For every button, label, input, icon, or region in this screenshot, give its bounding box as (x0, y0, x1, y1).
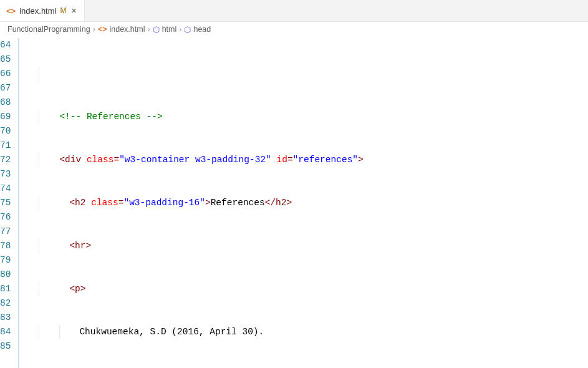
code-text: Chukwuemeka, S.D (2016, April 30). (79, 325, 264, 339)
line-number: 67 (0, 81, 11, 95)
line-number: 83 (0, 311, 11, 325)
line-number: 72 (0, 153, 11, 167)
line-number: 70 (0, 124, 11, 138)
code-tag: hr (75, 239, 85, 253)
line-number: 77 (0, 225, 11, 239)
tab-bar: <> index.html M × (0, 0, 588, 22)
code-text: References (211, 196, 265, 210)
line-number: 64 (0, 38, 11, 52)
code-string: references (298, 155, 352, 165)
line-number: 66 (0, 67, 11, 81)
symbol-icon: ⬡ (184, 25, 191, 34)
breadcrumb-item[interactable]: FunctionalProgramming (7, 25, 90, 34)
chevron-right-icon: › (179, 25, 181, 34)
code-tag: h2 (75, 196, 85, 210)
line-number: 80 (0, 268, 11, 282)
breadcrumb-item[interactable]: html (162, 25, 177, 34)
chevron-right-icon: › (147, 25, 150, 34)
line-number: 76 (0, 210, 11, 225)
code-tag: div (65, 153, 81, 167)
line-number: 82 (0, 296, 11, 311)
breadcrumb: FunctionalProgramming › <> index.html › … (0, 22, 588, 37)
line-number: 81 (0, 282, 11, 296)
code-attr: class (87, 153, 114, 167)
code-attr: class (91, 196, 118, 210)
line-number: 69 (0, 110, 11, 124)
code-editor[interactable]: 6465666768697071727374757677787980818283… (0, 37, 588, 368)
code-attr: id (277, 153, 287, 167)
code-string: w3-padding-16 (129, 198, 200, 208)
line-number: 73 (0, 167, 11, 182)
code-tag: p (75, 282, 80, 296)
line-number: 78 (0, 239, 11, 253)
line-number: 74 (0, 182, 11, 196)
html-file-icon: <> (6, 6, 16, 16)
code-tag: h2 (276, 196, 286, 210)
line-number: 68 (0, 95, 11, 110)
line-number: 65 (0, 52, 11, 67)
symbol-icon: ⬡ (153, 25, 160, 34)
tab-filename: index.html (19, 6, 56, 16)
line-number: 71 (0, 138, 11, 153)
line-number-gutter: 6465666768697071727374757677787980818283… (0, 37, 18, 368)
breadcrumb-item[interactable]: index.html (109, 25, 145, 34)
html-file-icon: <> (98, 25, 107, 34)
line-number: 85 (0, 339, 11, 354)
line-number: 84 (0, 325, 11, 339)
line-number: 79 (0, 253, 11, 268)
breadcrumb-item[interactable]: head (193, 25, 211, 34)
tab-index-html[interactable]: <> index.html M × (0, 0, 85, 21)
close-icon[interactable]: × (70, 4, 77, 17)
code-comment: <!-- References --> (59, 110, 162, 124)
chevron-right-icon: › (93, 25, 95, 34)
code-content[interactable]: <!-- References --> <div class="w3-conta… (18, 37, 588, 368)
line-number: 75 (0, 196, 11, 210)
code-string: w3-container w3-padding-32 (125, 155, 266, 165)
modified-indicator: M (60, 6, 66, 15)
